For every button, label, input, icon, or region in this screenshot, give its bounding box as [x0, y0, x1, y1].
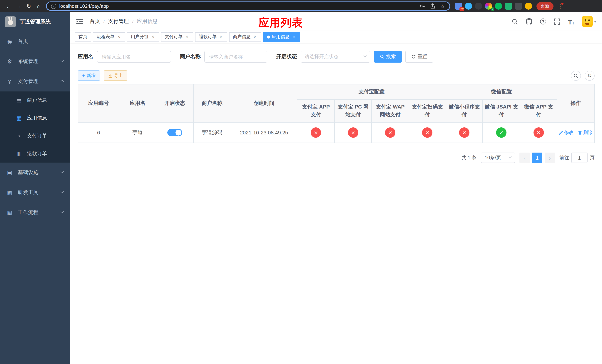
col-alipay-app: 支付宝 APP 支付	[297, 99, 335, 122]
gear-icon: ⚙	[6, 58, 13, 65]
sidebar-item-system[interactable]: ⚙ 系统管理	[0, 52, 70, 72]
tab-app-info[interactable]: 应用信息 ×	[263, 32, 300, 42]
user-avatar	[582, 16, 593, 27]
sidebar-item-devtools[interactable]: ▨ 研发工具	[0, 182, 70, 203]
share-icon[interactable]	[430, 3, 436, 9]
browser-window: ← → ↻ ⌂ i localhost:1024/pay/app ☆ 10	[0, 0, 602, 364]
toolbar-right: ↻	[571, 71, 595, 81]
col-wechat-app: 微信 APP 支付	[520, 99, 557, 122]
merchant-name-input[interactable]	[204, 51, 267, 63]
sidebar-item-pay-order[interactable]: ◔ 支付订单	[0, 127, 70, 145]
sidebar-item-merchant-info[interactable]: ▤ 商户信息	[0, 91, 70, 109]
search-button[interactable]: 搜索	[374, 51, 402, 63]
help-icon[interactable]: ?	[539, 18, 547, 25]
extension-icon-drop[interactable]	[465, 3, 472, 10]
refresh-icon	[411, 54, 416, 59]
page-size-select[interactable]: 10条/页	[481, 152, 515, 163]
forward-icon[interactable]: →	[14, 1, 24, 11]
toggle-search-icon[interactable]	[571, 71, 581, 81]
edit-link[interactable]: 修改	[559, 129, 573, 136]
extension-icon-wechat[interactable]	[495, 3, 502, 10]
header-actions: ? TT ▾	[511, 16, 596, 27]
chevron-up-icon	[61, 80, 64, 83]
tab-close-icon[interactable]: ×	[184, 34, 190, 39]
fullscreen-icon[interactable]	[553, 18, 561, 25]
app-name-cell: 芋道	[119, 122, 156, 143]
breadcrumb-payment[interactable]: 支付管理	[108, 18, 129, 25]
search-icon[interactable]	[511, 18, 519, 25]
extension-icon-book[interactable]	[505, 3, 512, 10]
tab-user-group[interactable]: 用户分组 ×	[127, 32, 159, 42]
briefcase-icon: ▧	[6, 209, 13, 216]
add-button[interactable]: + 新增	[78, 70, 100, 81]
reload-icon[interactable]: ↻	[24, 1, 34, 11]
sidebar-item-app-info[interactable]: ▦ 应用信息	[0, 109, 70, 127]
extension-icon-pin[interactable]	[515, 3, 522, 10]
tab-close-icon[interactable]: ×	[150, 34, 155, 39]
tab-pay-order[interactable]: 支付订单 ×	[161, 32, 193, 42]
prev-page-button[interactable]: ‹	[519, 152, 530, 163]
page-number-1[interactable]: 1	[532, 152, 542, 163]
extension-icon-face[interactable]	[525, 3, 532, 10]
refresh-table-icon[interactable]: ↻	[585, 71, 595, 81]
tab-close-icon[interactable]: ×	[291, 34, 297, 39]
browser-menu-icon[interactable]: ⋮	[557, 3, 564, 10]
trash-icon	[578, 130, 582, 135]
wechat-jsapi-status-icon: ✓	[496, 127, 507, 138]
col-created: 创建时间	[231, 84, 297, 122]
sidebar-menu: ◉ 首页 ⚙ 系统管理 ¥ 支付管理 ▤ 商户信息	[0, 32, 70, 223]
extension-icon-grid[interactable]: 10	[455, 3, 462, 10]
tab-close-icon[interactable]: ×	[252, 34, 258, 39]
tab-refund-order[interactable]: 退款订单 ×	[195, 32, 227, 42]
app-name-input[interactable]	[97, 51, 171, 63]
chrome-update-button[interactable]: 更新	[537, 2, 553, 10]
chevron-down-icon	[364, 54, 367, 57]
home-icon[interactable]: ⌂	[34, 1, 44, 11]
bookmark-star-icon[interactable]: ☆	[441, 3, 445, 9]
site-info-icon[interactable]: i	[51, 3, 56, 9]
status-select[interactable]: 请选择开启状态	[301, 51, 370, 63]
font-size-icon[interactable]: TT	[568, 18, 575, 25]
table-row: 6 芋道 芋道源码 2021-10-23 08:49:25 ✕ ✕ ✕ ✕ ✕	[78, 122, 594, 143]
app-name-label: 应用名	[78, 53, 93, 60]
goto-unit: 页	[590, 154, 595, 161]
next-page-button[interactable]: ›	[545, 152, 555, 163]
reset-button[interactable]: 重置	[405, 51, 433, 63]
extension-badge: 10	[460, 7, 464, 11]
sidebar: 芋道管理系统 ◉ 首页 ⚙ 系统管理 ¥ 支付管理	[0, 12, 70, 364]
app-table: 应用编号 应用名 开启状态 商户名称 创建时间 支付宝配置 微信配置 操作 支付…	[78, 84, 595, 143]
back-icon[interactable]: ←	[4, 1, 14, 11]
sidebar-item-home[interactable]: ◉ 首页	[0, 32, 70, 52]
sidebar-item-refund-order[interactable]: ▥ 退款订单	[0, 145, 70, 162]
status-toggle[interactable]	[167, 129, 182, 136]
export-button[interactable]: 导出	[104, 70, 127, 81]
sidebar-item-payment[interactable]: ¥ 支付管理	[0, 72, 70, 91]
extensions-area: 10 1	[455, 3, 532, 10]
merchant-name-cell: 芋道源码	[194, 122, 231, 143]
breadcrumb-home[interactable]: 首页	[90, 18, 100, 25]
address-bar[interactable]: i localhost:1024/pay/app ☆	[46, 1, 450, 11]
extension-icon-profile[interactable]: 1	[485, 3, 492, 10]
github-icon[interactable]	[525, 18, 533, 25]
user-menu[interactable]: ▾	[582, 16, 596, 27]
password-key-icon[interactable]	[420, 3, 425, 9]
chevron-down-icon	[61, 190, 64, 193]
tab-close-icon[interactable]: ×	[218, 34, 224, 39]
tab-close-icon[interactable]: ×	[116, 34, 121, 39]
col-status: 开启状态	[156, 84, 194, 122]
created-time-cell: 2021-10-23 08:49:25	[231, 122, 297, 143]
goto-page-input[interactable]	[571, 152, 588, 163]
tab-process-form[interactable]: 流程表单 ×	[93, 32, 125, 42]
chevron-down-icon	[61, 210, 64, 213]
active-tab-dot	[267, 35, 270, 38]
col-actions: 操作	[557, 84, 594, 122]
sidebar-item-infrastructure[interactable]: ▣ 基础设施	[0, 162, 70, 182]
tab-home[interactable]: 首页	[75, 32, 91, 42]
sidebar-item-workflow[interactable]: ▧ 工作流程	[0, 203, 70, 223]
col-merchant: 商户名称	[194, 84, 231, 122]
sidebar-fold-icon[interactable]	[76, 17, 85, 26]
page-title: 应用列表	[258, 16, 303, 30]
delete-link[interactable]: 删除	[578, 129, 592, 136]
tab-merchant-info[interactable]: 商户信息 ×	[229, 32, 261, 42]
extension-icon-dark[interactable]	[475, 3, 482, 10]
